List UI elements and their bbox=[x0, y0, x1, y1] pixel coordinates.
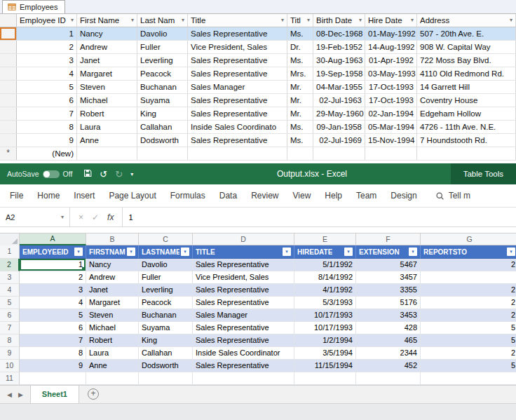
cell[interactable]: 2 bbox=[17, 41, 77, 53]
cell[interactable]: 14-Aug-1992 bbox=[365, 41, 417, 53]
undo-button[interactable]: ↺ bbox=[100, 170, 107, 179]
row-header[interactable]: 10 bbox=[0, 360, 20, 372]
column-header[interactable]: Address▾ bbox=[417, 14, 516, 27]
cell[interactable]: 4 bbox=[17, 67, 77, 80]
table-column-header[interactable]: FIRSTNAME▾ bbox=[86, 245, 139, 259]
cell[interactable]: 2 bbox=[421, 347, 516, 360]
record-selector[interactable]: * bbox=[0, 147, 17, 160]
cell[interactable]: Fuller bbox=[139, 271, 193, 284]
cell[interactable]: 6 bbox=[17, 94, 77, 107]
cell[interactable]: 19-Sep-1958 bbox=[313, 67, 365, 80]
table-column-header[interactable]: HIREDATE▾ bbox=[294, 245, 356, 259]
cancel-icon[interactable]: × bbox=[79, 212, 83, 222]
chevron-down-icon[interactable]: ▾ bbox=[182, 14, 184, 27]
cell[interactable]: 02-Jul-1963 bbox=[313, 94, 365, 107]
chevron-down-icon[interactable]: ▾ bbox=[71, 14, 74, 27]
cell[interactable]: 01-May-1992 bbox=[365, 27, 417, 40]
row-header[interactable]: 1 bbox=[0, 245, 20, 259]
cell[interactable]: Sales Representative bbox=[188, 94, 287, 107]
cell[interactable]: Sales Representative bbox=[193, 322, 294, 334]
cell[interactable]: 2344 bbox=[356, 347, 421, 360]
ribbon-tab-insert[interactable]: Insert bbox=[67, 184, 102, 208]
cell[interactable]: Mrs. bbox=[287, 67, 313, 80]
cell[interactable]: 428 bbox=[356, 322, 421, 334]
column-header[interactable]: D bbox=[193, 233, 294, 245]
tell-me-search[interactable]: Tell m bbox=[435, 191, 470, 201]
column-header[interactable]: E bbox=[294, 233, 356, 245]
cell[interactable]: 02-Jul-1969 bbox=[313, 134, 365, 147]
table-column-header[interactable]: REPORTSTO▾ bbox=[421, 245, 516, 259]
cell[interactable]: 05-Mar-1994 bbox=[365, 121, 417, 133]
cell[interactable] bbox=[188, 147, 287, 160]
cell[interactable]: Sales Representative bbox=[193, 297, 294, 309]
cell[interactable]: 19-Feb-1952 bbox=[313, 41, 365, 53]
cell[interactable]: 09-Jan-1958 bbox=[313, 121, 365, 133]
record-selector[interactable] bbox=[0, 27, 17, 40]
cell[interactable]: 11/15/1994 bbox=[294, 360, 356, 372]
cell[interactable]: 9 bbox=[20, 360, 86, 372]
filter-dropdown-icon[interactable]: ▾ bbox=[127, 248, 135, 256]
cell[interactable]: Peacock bbox=[137, 67, 188, 80]
name-box[interactable]: A2 ▾ bbox=[0, 208, 70, 226]
record-selector[interactable] bbox=[0, 94, 17, 107]
cell[interactable] bbox=[77, 147, 137, 160]
cell[interactable]: Vice President, Sales bbox=[188, 41, 287, 53]
cell[interactable] bbox=[417, 147, 516, 160]
cell[interactable]: Laura bbox=[77, 121, 137, 133]
cell[interactable]: Suyama bbox=[137, 94, 188, 107]
cell[interactable]: 5 bbox=[17, 81, 77, 93]
cell[interactable]: 8/14/1992 bbox=[294, 271, 356, 284]
cell[interactable] bbox=[20, 372, 86, 385]
autosave-toggle[interactable]: AutoSave Off bbox=[7, 170, 72, 178]
row-header[interactable]: 2 bbox=[0, 259, 20, 271]
cell[interactable]: Andrew bbox=[86, 271, 139, 284]
chevron-down-icon[interactable]: ▾ bbox=[359, 14, 362, 27]
record-selector[interactable] bbox=[0, 54, 17, 67]
cell[interactable]: 2 bbox=[421, 309, 516, 322]
cell[interactable] bbox=[313, 147, 365, 160]
cell[interactable]: 2 bbox=[421, 297, 516, 309]
column-header[interactable]: First Name▾ bbox=[77, 14, 137, 27]
ribbon-tab-page-layout[interactable]: Page Layout bbox=[102, 184, 163, 208]
cell[interactable]: Janet bbox=[86, 284, 139, 297]
cell[interactable]: Sales Manager bbox=[188, 81, 287, 93]
cell[interactable]: 2 bbox=[20, 271, 86, 284]
cell[interactable]: Robert bbox=[86, 334, 139, 347]
column-header[interactable]: Birth Date▾ bbox=[313, 14, 365, 27]
cell[interactable]: 5176 bbox=[356, 297, 421, 309]
column-header[interactable]: B bbox=[86, 233, 139, 245]
cell[interactable]: Davolio bbox=[137, 27, 188, 40]
cell[interactable]: 15-Nov-1994 bbox=[365, 134, 417, 147]
qat-customize-caret-icon[interactable]: ▾ bbox=[130, 171, 133, 177]
table-column-header[interactable]: LASTNAME▾ bbox=[139, 245, 193, 259]
cell[interactable]: Michael bbox=[77, 94, 137, 107]
chevron-down-icon[interactable]: ▾ bbox=[131, 14, 134, 27]
cell[interactable]: Sales Representative bbox=[193, 334, 294, 347]
cell[interactable]: Sales Representative bbox=[188, 54, 287, 67]
table-column-header[interactable]: EXTENSION▾ bbox=[356, 245, 421, 259]
cell[interactable]: 3 bbox=[20, 284, 86, 297]
cell[interactable]: Margaret bbox=[86, 297, 139, 309]
row-header[interactable]: 11 bbox=[0, 372, 20, 385]
cell[interactable]: Dr. bbox=[287, 41, 313, 53]
cell[interactable]: Callahan bbox=[137, 121, 188, 133]
cell[interactable]: King bbox=[139, 334, 193, 347]
new-sheet-button[interactable]: + bbox=[88, 388, 99, 400]
insert-function-button[interactable]: fx bbox=[107, 212, 114, 222]
chevron-down-icon[interactable]: ▾ bbox=[307, 14, 310, 27]
cell[interactable]: 01-Apr-1992 bbox=[365, 54, 417, 67]
cell[interactable]: Anne bbox=[86, 360, 139, 372]
table-column-header[interactable]: EMPLOYEEID▾ bbox=[20, 245, 86, 259]
tab-employees[interactable]: Employees bbox=[2, 0, 65, 13]
cell[interactable]: 29-May-1960 bbox=[313, 107, 365, 120]
cell[interactable]: Sales Representative bbox=[188, 67, 287, 80]
record-selector[interactable] bbox=[0, 134, 17, 147]
cell[interactable] bbox=[294, 372, 356, 385]
prev-sheet-arrow[interactable]: ◀ bbox=[7, 391, 12, 398]
cell[interactable]: 722 Moss Bay Blvd. bbox=[417, 54, 516, 67]
column-header[interactable]: A bbox=[20, 233, 86, 245]
filter-dropdown-icon[interactable]: ▾ bbox=[409, 248, 417, 256]
ribbon-tab-file[interactable]: File bbox=[3, 184, 30, 208]
row-header[interactable]: 4 bbox=[0, 284, 20, 297]
select-all-button[interactable] bbox=[0, 233, 20, 245]
